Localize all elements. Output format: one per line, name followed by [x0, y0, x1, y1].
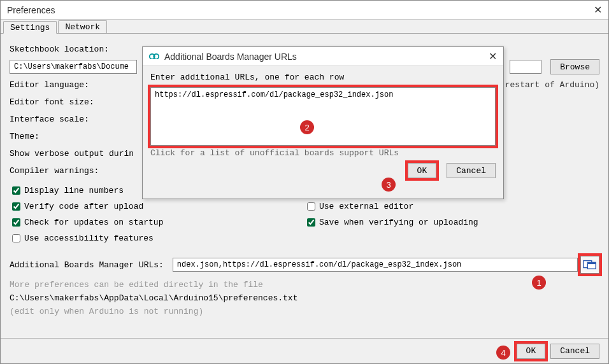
sketchbook-path-input[interactable]: [10, 60, 137, 74]
window-title: Preferences: [7, 5, 55, 15]
arduino-icon: [149, 52, 159, 62]
dialog-instruction: Enter additional URLs, one for each row: [150, 73, 496, 82]
sketchbook-right-box: [510, 60, 541, 74]
additional-urls-input[interactable]: [173, 258, 578, 272]
dialog-url-textarea[interactable]: [150, 87, 496, 146]
badge-4: 4: [496, 346, 510, 360]
dialog-title: Additional Boards Manager URLs: [164, 52, 297, 62]
ok-button[interactable]: OK: [517, 344, 546, 359]
edit-hint: (edit only when Arduino is not running): [10, 307, 599, 316]
close-icon[interactable]: ✕: [594, 4, 602, 16]
editor-font-label: Editor font size:: [10, 97, 94, 107]
dialog-close-icon[interactable]: ✕: [489, 50, 497, 62]
badge-1: 1: [532, 276, 546, 290]
theme-label: Theme:: [10, 132, 39, 141]
label-external-editor: Use external editor: [319, 202, 413, 211]
restart-hint: restart of Arduino): [505, 80, 599, 90]
window-icon: [583, 260, 597, 270]
prefs-path: C:\Users\makerfabs\AppData\Local\Arduino…: [10, 293, 599, 303]
badge-2: 2: [300, 120, 314, 134]
checkbox-check-updates[interactable]: [12, 218, 20, 227]
additional-urls-label: Additional Boards Manager URLs:: [10, 260, 164, 270]
editor-lang-label: Editor language:: [10, 80, 89, 90]
dialog-ok-button[interactable]: OK: [408, 163, 437, 178]
window-titlebar: Preferences ✕: [1, 1, 608, 20]
checkbox-external-editor[interactable]: [307, 202, 315, 211]
checkbox-display-line-numbers[interactable]: [12, 186, 20, 195]
tab-settings[interactable]: Settings: [3, 21, 57, 34]
dialog-body: Enter additional URLs, one for each row …: [143, 66, 503, 158]
checkbox-save-when-verify[interactable]: [307, 218, 315, 227]
interface-scale-label: Interface scale:: [10, 115, 89, 124]
dialog-titlebar: Additional Boards Manager URLs ✕: [143, 47, 503, 66]
cancel-button[interactable]: Cancel: [550, 344, 599, 359]
label-save-when-verify: Save when verifying or uploading: [319, 218, 478, 227]
additional-urls-dialog: Additional Boards Manager URLs ✕ Enter a…: [142, 46, 504, 199]
label-verify-after-upload: Verify code after upload: [24, 202, 143, 211]
compiler-warnings-label: Compiler warnings:: [10, 166, 99, 176]
checkbox-accessibility[interactable]: [12, 234, 20, 242]
additional-urls-row: Additional Boards Manager URLs:: [10, 256, 599, 274]
browse-button[interactable]: Browse: [550, 59, 599, 74]
dialog-cancel-button[interactable]: Cancel: [447, 163, 496, 178]
svg-rect-2: [587, 262, 596, 264]
footer: OK Cancel: [1, 338, 608, 363]
label-accessibility: Use accessibility features: [24, 234, 154, 243]
sketchbook-label: Sketchbook location:: [10, 45, 109, 54]
dialog-footer: OK Cancel: [143, 158, 503, 183]
badge-3: 3: [382, 178, 396, 192]
label-display-line-numbers: Display line numbers: [24, 186, 124, 195]
unofficial-boards-link[interactable]: Click for a list of unofficial boards su…: [150, 148, 399, 158]
more-prefs-hint: More preferences can be edited directly …: [10, 280, 599, 290]
tabs: Settings Network: [1, 20, 608, 34]
label-check-updates: Check for updates on startup: [24, 218, 163, 227]
tab-network[interactable]: Network: [58, 20, 107, 33]
checkbox-verify-after-upload[interactable]: [12, 202, 20, 211]
expand-urls-button[interactable]: [580, 256, 599, 274]
show-verbose-label: Show verbose output durin: [10, 149, 134, 158]
